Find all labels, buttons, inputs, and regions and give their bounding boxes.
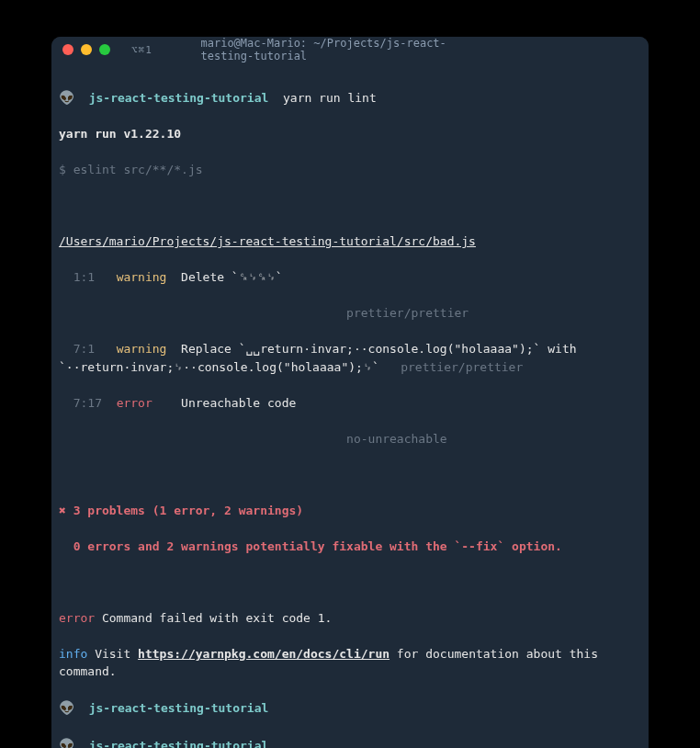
issue-level-warning: warning — [117, 342, 167, 356]
maximize-button[interactable] — [99, 44, 110, 55]
lint-issue: 1:1 warning Delete `␍␊␍␊` — [59, 268, 641, 287]
minimize-button[interactable] — [81, 44, 92, 55]
info-line: info Visit https://yarnpkg.com/en/docs/c… — [59, 645, 641, 681]
issue-level-error: error — [117, 396, 152, 410]
problems-summary: ✖ 3 problems (1 error, 2 warnings) — [59, 502, 641, 520]
blank-line — [59, 466, 641, 484]
lint-issue: 7:17 error Unreachable code — [59, 394, 641, 413]
issue-position: 1:1 — [59, 270, 95, 284]
issue-position: 7:17 — [59, 396, 102, 410]
lint-rule-line: no-unreachable — [59, 430, 641, 448]
alien-icon: 👽 — [59, 700, 74, 715]
alien-icon: 👽 — [59, 90, 74, 105]
error-label: error — [59, 611, 95, 625]
fixable-summary: 0 errors and 2 warnings potentially fixa… — [59, 538, 641, 556]
lint-rule-line: prettier/prettier — [59, 304, 641, 323]
window-title: mario@Mac-Mario: ~/Projects/js-react-tes… — [201, 37, 500, 62]
close-button[interactable] — [62, 44, 73, 55]
terminal-row: 👽 js-react-testing-tutorial — [59, 698, 641, 718]
issue-level-warning: warning — [117, 270, 167, 284]
yarn-version: yarn run v1.22.10 — [59, 125, 641, 143]
lint-rule: no-unreachable — [346, 432, 447, 446]
traffic-lights — [62, 44, 110, 55]
error-message: Command failed with exit code 1. — [95, 611, 332, 625]
error-line: error Command failed with exit code 1. — [59, 609, 641, 628]
alien-icon: 👽 — [59, 738, 74, 749]
lint-rule: prettier/prettier — [401, 360, 523, 374]
titlebar: ⌥⌘1 mario@Mac-Mario: ~/Projects/js-react… — [51, 37, 649, 62]
command-text: yarn run lint — [283, 91, 377, 105]
blank-line — [59, 573, 641, 592]
cwd-label: js-react-testing-tutorial — [89, 91, 269, 105]
file-path: /Users/mario/Projects/js-react-testing-t… — [59, 232, 641, 251]
tab-shortcut: ⌥⌘1 — [131, 44, 152, 56]
terminal-row: 👽 js-react-testing-tutorial — [59, 736, 641, 749]
issue-position: 7:1 — [59, 342, 95, 356]
lint-issue: 7:1 warning Replace `␣␣return·invar;··co… — [59, 340, 641, 376]
terminal-row: 👽 js-react-testing-tutorial yarn run lin… — [59, 88, 641, 108]
blank-line — [59, 197, 641, 215]
lint-rule: prettier/prettier — [346, 306, 469, 320]
issue-message: Unreachable code — [181, 396, 296, 410]
eslint-command: $ eslint src/**/*.js — [59, 161, 641, 179]
cwd-label: js-react-testing-tutorial — [89, 701, 269, 715]
cwd-label: js-react-testing-tutorial — [89, 739, 269, 749]
info-text: Visit — [87, 647, 138, 661]
issue-message: Delete `␍␊␍␊` — [181, 270, 282, 284]
terminal-content[interactable]: 👽 js-react-testing-tutorial yarn run lin… — [51, 62, 649, 748]
info-label: info — [59, 647, 87, 661]
terminal-window: ⌥⌘1 mario@Mac-Mario: ~/Projects/js-react… — [51, 37, 649, 748]
docs-link[interactable]: https://yarnpkg.com/en/docs/cli/run — [138, 647, 390, 661]
